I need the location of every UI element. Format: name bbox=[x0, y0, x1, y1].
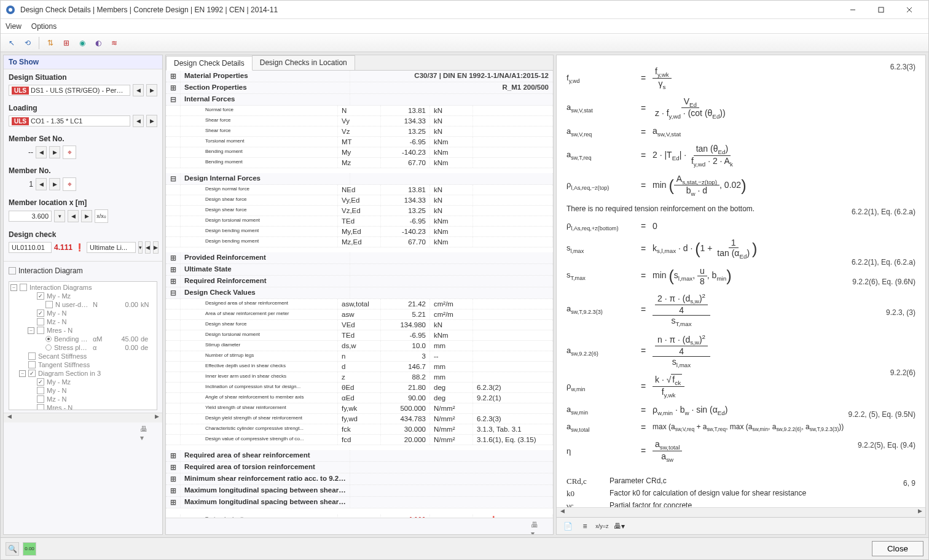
formula-tool-1[interactable]: 📄 bbox=[560, 519, 575, 534]
grid-data-row[interactable]: Design shear forceVz,Ed13.25kN bbox=[166, 206, 553, 216]
tree-item[interactable]: Mz - N bbox=[10, 395, 155, 403]
grid-group[interactable]: ⊞Maximum longitudinal spacing between sh… bbox=[166, 485, 553, 497]
grid-data-row[interactable]: Characteristic cylinder compressive stre… bbox=[166, 424, 553, 435]
minimize-button[interactable] bbox=[839, 1, 867, 19]
footer-search-icon[interactable]: 🔍 bbox=[6, 542, 19, 556]
grid-group[interactable]: ⊞Required area of torsion reinforcement bbox=[166, 462, 553, 473]
design-check-prev[interactable]: ◀ bbox=[145, 241, 151, 254]
tree-item[interactable]: Mres - N bbox=[10, 403, 155, 410]
formula-tool-3[interactable]: x/y=z bbox=[595, 519, 610, 534]
mid-print-icon[interactable]: 🖶 ▾ bbox=[531, 521, 543, 532]
grid-group[interactable]: ⊞Material PropertiesC30/37 | DIN EN 1992… bbox=[166, 71, 553, 82]
member-loc-ratio-btn[interactable]: x/x₀ bbox=[95, 209, 108, 223]
print-icon[interactable]: 🖶 ▾ bbox=[140, 425, 152, 436]
member-loc-dropdown[interactable]: ▾ bbox=[54, 210, 65, 222]
interaction-tree[interactable]: −Interaction DiagramsMy - MzN user-defin… bbox=[9, 281, 157, 410]
tree-item[interactable]: −Mres - N bbox=[10, 326, 155, 335]
grid-data-row[interactable]: Design torsional momentTEd-6.95kNm bbox=[166, 330, 553, 341]
close-window-button[interactable] bbox=[895, 1, 923, 19]
design-check-type[interactable]: Ultimate Li... bbox=[87, 242, 136, 253]
grid-group[interactable]: ⊞Required Reinforcement bbox=[166, 276, 553, 287]
tool-btn-1[interactable]: ↖ bbox=[4, 36, 19, 50]
loading-select[interactable]: ULS CO1 - 1.35 * LC1 bbox=[9, 115, 130, 126]
tab-design-checks-in-location[interactable]: Design Checks in Location bbox=[252, 55, 355, 70]
member-set-pick-icon[interactable]: ⌖ bbox=[63, 146, 76, 159]
grid-data-row[interactable]: Design torsional momentTEd-6.95kNm bbox=[166, 216, 553, 227]
right-hscroll[interactable]: ◀▶ bbox=[557, 507, 925, 517]
grid-group[interactable]: ⊞Ultimate State bbox=[166, 264, 553, 276]
design-situation-select[interactable]: ULS DS1 - ULS (STR/GEO) - Permane... bbox=[9, 85, 130, 96]
grid-data-row[interactable]: Design shear forceVEd134.980kN bbox=[166, 320, 553, 330]
grid-data-row[interactable]: Design shear forceVy,Ed134.33kN bbox=[166, 195, 553, 206]
grid-group[interactable]: ⊟Design Check Values bbox=[166, 287, 553, 299]
grid-data-row[interactable]: Design value of compressive strength of … bbox=[166, 435, 553, 445]
tree-item[interactable]: Bending momαM45.00de bbox=[10, 335, 155, 343]
tree-item[interactable]: Secant Stiffness bbox=[10, 352, 155, 360]
tree-item[interactable]: Stress plane aα0.00de bbox=[10, 343, 155, 352]
formula-print-icon[interactable]: 🖶▾ bbox=[612, 519, 627, 534]
grid-data-row[interactable]: Number of stirrup legsn3-- bbox=[166, 351, 553, 362]
grid-data-row[interactable]: Inner lever arm used in shear checksz88.… bbox=[166, 372, 553, 383]
loading-next[interactable]: ▶ bbox=[146, 115, 157, 127]
grid-data-row[interactable]: Effective depth used in shear checksd146… bbox=[166, 362, 553, 372]
design-check-type-dropdown[interactable]: ▾ bbox=[138, 241, 143, 254]
left-hscroll[interactable]: ◀▶ bbox=[4, 413, 162, 422]
grid-data-row[interactable]: Bending momentMz67.70kNm bbox=[166, 158, 553, 168]
member-set-prev[interactable]: ◀ bbox=[36, 146, 47, 158]
grid-group[interactable]: ⊞Section PropertiesR_M1 200/500 bbox=[166, 82, 553, 94]
tree-item[interactable]: My - N bbox=[10, 386, 155, 395]
grid-group[interactable]: ⊟Internal Forces bbox=[166, 94, 553, 106]
design-situation-next[interactable]: ▶ bbox=[146, 84, 157, 96]
member-no-next[interactable]: ▶ bbox=[49, 178, 60, 190]
grid-data-row[interactable]: Shear forceVz13.25kN bbox=[166, 126, 553, 137]
tree-item[interactable]: N user-definedN0.00kN bbox=[10, 300, 155, 309]
grid-data-row[interactable]: Shear forceVy134.33kN bbox=[166, 116, 553, 126]
design-check-code[interactable]: UL0110.01 bbox=[9, 242, 52, 253]
close-button[interactable]: Close bbox=[872, 541, 923, 556]
grid-data-row[interactable]: Design yield strength of shear reinforce… bbox=[166, 414, 553, 424]
tool-btn-2[interactable]: ⟲ bbox=[20, 36, 35, 50]
menu-view[interactable]: View bbox=[6, 22, 22, 31]
formula-tool-2[interactable]: ≡ bbox=[578, 519, 592, 534]
member-loc-next[interactable]: ▶ bbox=[81, 210, 92, 222]
grid-data-row[interactable]: Angle of shear reinforcement to member a… bbox=[166, 393, 553, 403]
member-loc-value[interactable]: 3.600 bbox=[9, 211, 52, 222]
grid-data-row[interactable]: Yield strength of shear reinforcementfy,… bbox=[166, 403, 553, 414]
tree-item[interactable]: Tangent Stiffness bbox=[10, 360, 155, 369]
footer-decimal-icon[interactable]: 0.00 bbox=[23, 542, 36, 556]
grid-data-row[interactable]: Designed area of shear reinforcementasw,… bbox=[166, 299, 553, 309]
tool-btn-4[interactable]: ⊞ bbox=[59, 36, 74, 50]
tool-btn-6[interactable]: ◐ bbox=[91, 36, 106, 50]
tool-btn-7[interactable]: ≋ bbox=[107, 36, 122, 50]
loading-prev[interactable]: ◀ bbox=[133, 115, 144, 127]
grid-group[interactable]: ⊞Minimum shear reinforcement ratio acc. … bbox=[166, 473, 553, 485]
grid-data-row[interactable]: Torsional momentMT-6.95kNm bbox=[166, 137, 553, 147]
tab-design-check-details[interactable]: Design Check Details bbox=[166, 56, 253, 71]
tree-item[interactable]: Mz - N bbox=[10, 317, 155, 326]
design-check-grid[interactable]: ⊞Material PropertiesC30/37 | DIN EN 1992… bbox=[166, 71, 553, 518]
grid-data-row[interactable]: Normal forceN13.81kN bbox=[166, 106, 553, 116]
member-set-next[interactable]: ▶ bbox=[49, 146, 60, 158]
design-check-next[interactable]: ▶ bbox=[153, 241, 159, 254]
grid-data-row[interactable]: Bending momentMy-140.23kNm bbox=[166, 147, 553, 158]
grid-data-row[interactable]: Design bending momentMy,Ed-140.23kNm bbox=[166, 227, 553, 237]
tree-item[interactable]: My - Mz bbox=[10, 292, 155, 300]
member-no-pick-icon[interactable]: ⌖ bbox=[63, 177, 76, 191]
maximize-button[interactable] bbox=[867, 1, 895, 19]
grid-data-row[interactable]: Inclination of compression strut for des… bbox=[166, 383, 553, 393]
member-loc-prev[interactable]: ◀ bbox=[68, 210, 79, 222]
grid-group[interactable]: ⊞Provided Reinforcement bbox=[166, 252, 553, 264]
tool-btn-5[interactable]: ◉ bbox=[75, 36, 90, 50]
tree-item[interactable]: My - N bbox=[10, 309, 155, 317]
tool-btn-3[interactable]: ⇅ bbox=[43, 36, 58, 50]
tree-item[interactable]: −Diagram Section in 3 bbox=[10, 369, 155, 378]
grid-group[interactable]: ⊟Design Internal Forces bbox=[166, 173, 553, 185]
grid-data-row[interactable]: Design bending momentMz,Ed67.70kNm bbox=[166, 237, 553, 247]
grid-group[interactable]: ⊞Maximum longitudinal spacing between sh… bbox=[166, 497, 553, 508]
interaction-diagram-checkbox[interactable] bbox=[9, 267, 16, 274]
menu-options[interactable]: Options bbox=[31, 22, 57, 31]
grid-group[interactable]: ⊞Required area of shear reinforcement bbox=[166, 450, 553, 462]
design-situation-prev[interactable]: ◀ bbox=[133, 84, 144, 96]
member-no-prev[interactable]: ◀ bbox=[36, 178, 47, 190]
grid-data-row[interactable]: Design normal forceNEd13.81kN bbox=[166, 185, 553, 195]
